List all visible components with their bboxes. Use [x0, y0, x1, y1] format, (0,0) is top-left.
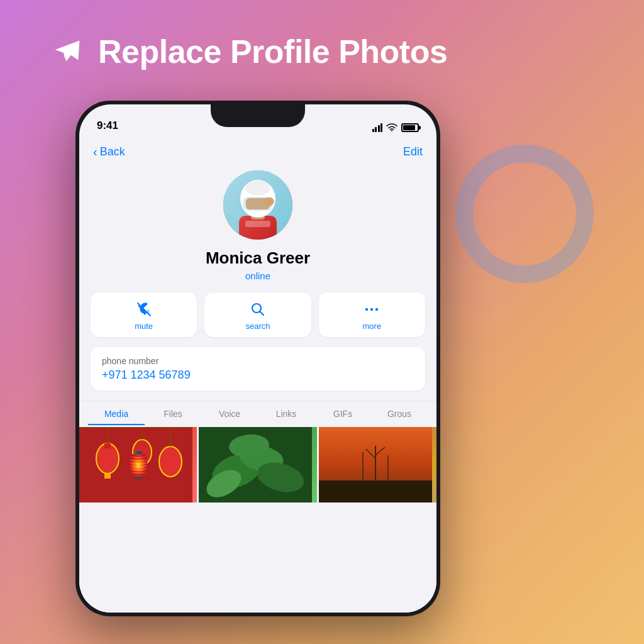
back-button[interactable]: ‹ Back	[93, 145, 125, 159]
avatar[interactable]	[223, 170, 292, 240]
action-buttons: mute search more	[79, 292, 436, 337]
media-thumb-2[interactable]	[199, 427, 316, 502]
more-label: more	[363, 321, 382, 331]
svg-rect-9	[245, 221, 270, 227]
tab-files[interactable]: Files	[145, 401, 201, 425]
svg-rect-19	[104, 443, 111, 448]
svg-point-14	[370, 308, 373, 311]
phone-label: phone number	[102, 356, 414, 366]
svg-rect-20	[104, 474, 111, 479]
tab-media[interactable]: Media	[88, 401, 145, 425]
media-thumb-1[interactable]	[79, 427, 197, 502]
page-title: Replace Profile Photos	[98, 33, 447, 70]
profile-section: Monica Greer online	[79, 164, 436, 292]
mute-label: mute	[135, 321, 153, 331]
tab-groups[interactable]: Grous	[371, 401, 428, 425]
phone-frame: 9:41 ‹ Back	[75, 101, 440, 616]
mute-icon	[136, 301, 152, 318]
wifi-icon	[386, 123, 397, 132]
battery-icon	[401, 123, 419, 132]
decorative-circle	[455, 145, 594, 283]
svg-point-13	[365, 308, 368, 311]
more-button[interactable]: more	[319, 292, 425, 337]
phone-screen: 9:41 ‹ Back	[79, 104, 436, 613]
svg-rect-36	[319, 480, 432, 502]
mute-button[interactable]: mute	[91, 292, 197, 337]
more-icon	[364, 301, 380, 318]
phone-info-card: phone number +971 1234 56789	[91, 347, 425, 391]
tab-bar: Media Files Voice Links GIFs Grous	[79, 401, 436, 425]
search-icon	[250, 301, 266, 318]
search-label: search	[245, 321, 270, 331]
phone-notch	[211, 104, 305, 127]
edit-button[interactable]: Edit	[403, 145, 423, 158]
svg-point-8	[245, 180, 270, 196]
status-time: 9:41	[97, 119, 118, 132]
tab-gifs[interactable]: GIFs	[314, 401, 371, 425]
back-label: Back	[100, 145, 125, 158]
search-button[interactable]: search	[204, 292, 311, 337]
chevron-left-icon: ‹	[93, 145, 97, 159]
media-grid	[79, 425, 436, 502]
avatar-image	[223, 170, 292, 240]
tab-voice[interactable]: Voice	[201, 401, 258, 425]
svg-point-0	[391, 130, 392, 131]
svg-line-12	[260, 312, 264, 316]
nav-bar: ‹ Back Edit	[79, 137, 436, 164]
svg-point-15	[375, 308, 378, 311]
media-thumb-3[interactable]	[319, 427, 436, 502]
profile-name: Monica Greer	[206, 248, 310, 268]
phone-value[interactable]: +971 1234 56789	[102, 369, 414, 382]
signal-icon	[372, 123, 383, 132]
header-area: Replace Profile Photos	[50, 33, 447, 70]
screen-content: ‹ Back Edit	[79, 137, 436, 613]
telegram-icon	[50, 33, 87, 70]
status-icons	[372, 123, 419, 132]
tab-links[interactable]: Links	[258, 401, 314, 425]
profile-status: online	[245, 270, 270, 281]
